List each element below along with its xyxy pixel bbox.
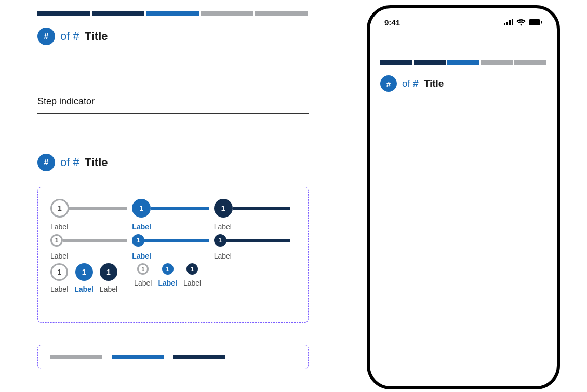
step-dot: 1 (186, 263, 198, 275)
step-connector (151, 207, 208, 210)
step-circle-group-lg: 1 Label 1 Label 1 Label (50, 263, 117, 293)
step-title-row-variant: # of # Title (37, 154, 108, 171)
step-circle-only-row: 1 Label 1 Label 1 Label 1 Label 1 Label (50, 263, 296, 293)
step-number-badge: # (380, 75, 397, 92)
phone-status-icons (504, 18, 542, 27)
step-segment-inactive (50, 355, 102, 359)
battery-icon (529, 19, 542, 25)
step-title: Title (424, 78, 444, 89)
step-label: Label (132, 252, 151, 260)
top-example: # of # Title (37, 11, 308, 45)
step-connector (144, 239, 208, 242)
cellular-signal-icon (504, 18, 513, 27)
step-item-inactive[interactable]: 1 Label (134, 263, 152, 293)
step-segment-3 (146, 11, 199, 16)
step-segment-1 (37, 11, 90, 16)
step-dot: 1 (50, 199, 69, 218)
step-item-complete[interactable]: 1 Label (214, 199, 296, 231)
step-item-current[interactable]: 1 Label (132, 199, 214, 231)
step-item-inactive[interactable]: 1 Label (50, 263, 68, 293)
step-number-badge: # (37, 154, 55, 171)
step-dot: 1 (214, 199, 233, 218)
step-item-current[interactable]: 1 Label (132, 234, 214, 260)
step-segment-complete (173, 355, 225, 359)
step-connector (233, 207, 290, 210)
step-circle-group-sm: 1 Label 1 Label 1 Label (134, 263, 201, 293)
step-number-badge: # (37, 28, 55, 45)
phone-mockup: 9:41 # of # Title (367, 5, 560, 389)
step-segment-current (112, 355, 164, 359)
step-dot: 1 (75, 263, 93, 281)
step-label: Label (50, 223, 68, 231)
step-row-small: 1 Label 1 Label 1 Label (50, 234, 296, 260)
step-dot: 1 (50, 263, 68, 281)
step-segment-bar (37, 11, 308, 16)
svg-rect-1 (541, 21, 542, 24)
step-connector (226, 239, 290, 242)
step-segment-4 (201, 11, 254, 16)
step-segment-4 (481, 60, 513, 65)
svg-rect-0 (529, 19, 540, 25)
step-connector (69, 207, 127, 210)
phone-status-bar: 9:41 (370, 8, 557, 36)
step-label: Label (50, 285, 68, 293)
step-indicator-variants-box: 1 Label 1 Label 1 Label 1 Label 1 Label … (37, 187, 309, 323)
step-segment-variants-box (37, 345, 309, 369)
step-item-complete[interactable]: 1 Label (100, 263, 117, 293)
step-segment-2 (414, 60, 446, 65)
step-connector (63, 239, 127, 242)
step-label: Label (50, 252, 68, 260)
step-of-label: of # (402, 78, 419, 89)
step-segment-2 (92, 11, 145, 16)
step-title: Title (85, 156, 108, 169)
wifi-icon (516, 19, 526, 26)
step-title-row: # of # Title (380, 75, 546, 92)
step-segment-5 (514, 60, 546, 65)
step-dot: 1 (132, 234, 144, 247)
step-dot: 1 (50, 234, 63, 247)
step-row-large: 1 Label 1 Label 1 Label (50, 199, 296, 231)
step-title: Title (85, 30, 108, 43)
step-label: Label (183, 279, 201, 287)
step-label: Label (134, 279, 152, 287)
step-of-label: of # (60, 30, 79, 43)
step-segment-5 (255, 11, 308, 16)
step-label: Label (74, 285, 94, 293)
step-item-inactive[interactable]: 1 Label (50, 234, 132, 260)
step-label: Label (100, 285, 117, 293)
step-dot: 1 (100, 263, 117, 281)
step-item-complete[interactable]: 1 Label (214, 234, 296, 260)
step-dot: 1 (132, 199, 151, 218)
step-dot: 1 (214, 234, 226, 247)
step-segment-bar (380, 36, 546, 65)
step-item-inactive[interactable]: 1 Label (50, 199, 132, 231)
step-item-complete[interactable]: 1 Label (183, 263, 201, 293)
phone-content: # of # Title (370, 36, 557, 92)
step-dot: 1 (162, 263, 174, 275)
step-dot: 1 (137, 263, 149, 275)
step-label: Label (158, 279, 177, 287)
step-label: Label (214, 223, 232, 231)
step-item-current[interactable]: 1 Label (74, 263, 94, 293)
step-segment-3 (447, 60, 479, 65)
section-heading: Step indicator (37, 96, 309, 114)
step-of-label: of # (60, 156, 79, 169)
step-title-row: # of # Title (37, 28, 308, 45)
step-item-current[interactable]: 1 Label (158, 263, 177, 293)
step-segment-1 (380, 60, 412, 65)
step-label: Label (214, 252, 232, 260)
phone-time: 9:41 (384, 18, 400, 27)
step-label: Label (132, 223, 151, 231)
